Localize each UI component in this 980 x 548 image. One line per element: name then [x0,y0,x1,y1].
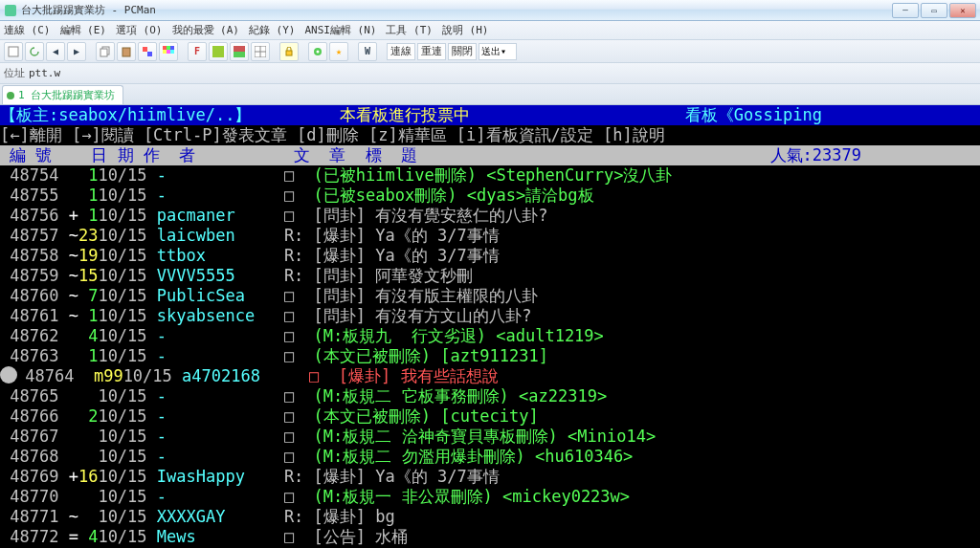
list-item[interactable]: 48757 ~2310/15 laicwben R: [爆卦] Ya《的 3/7… [0,226,980,246]
list-item[interactable]: 48771 ~ 10/15 XXXXGAY R: [爆卦] bg [0,507,980,527]
list-item[interactable]: 48768 10/15 - □ (M:板規二 勿濫用爆卦刪除) <hu61034… [0,447,980,467]
menu-item[interactable]: 我的最愛 (A) [172,23,240,37]
gear-icon[interactable] [308,42,327,61]
close-label[interactable]: 關閉 [448,43,477,60]
svg-rect-19 [286,51,292,55]
copy-button[interactable] [96,42,115,61]
column-header: 編 號 日 期 作 者 文 章 標 題 人氣:23379 [0,145,980,165]
color-copy-button[interactable] [138,42,157,61]
menu-item[interactable]: 連線 (C) [4,23,51,37]
svg-rect-8 [167,46,170,50]
grid-button[interactable] [251,42,270,61]
star-icon[interactable]: ★ [329,42,348,61]
send-dropdown[interactable]: 送出 ▾ [479,43,517,60]
reconn-label[interactable]: 重連 [417,43,446,60]
list-item[interactable]: 48754 110/15 - □ (已被hiimlive刪除) <Stephen… [0,165,980,186]
prev-button[interactable]: ◀ [46,42,65,61]
svg-rect-14 [234,46,245,52]
tab-bar: 1 台大批踢踢實業坊 [0,84,980,105]
window-buttons: ─ ▭ ✕ [892,3,976,18]
font-button[interactable]: F [188,42,207,61]
list-item[interactable]: 48758 ~1910/15 ttbox R: [爆卦] Ya《的 3/7事情 [0,246,980,266]
header-line: 【板主:seabox/hiimlive/..】 本看板進行投票中 看板《Goss… [0,105,980,125]
list-item[interactable]: 48764 m9910/15 a4702168 □ [爆卦] 我有些話想說 [0,366,980,386]
close-button[interactable]: ✕ [949,3,976,18]
list-item[interactable]: 48759 ~1510/15 VVVV5555 R: [問卦] 阿華發文秒刪 [0,266,980,286]
svg-rect-7 [163,46,167,50]
bgcolor-button[interactable] [209,42,228,61]
list-item[interactable]: 48767 10/15 - □ (M:板規二 洽神奇寶貝專板刪除) <Minio… [0,427,980,447]
terminal[interactable]: 【板主:seabox/hiimlive/..】 本看板進行投票中 看板《Goss… [0,105,980,548]
connect-label[interactable]: 連線 [387,43,415,60]
menubar: 連線 (C) 編輯 (E) 選項 (O) 我的最愛 (A) 紀錄 (Y) ANS… [0,21,980,40]
svg-rect-13 [212,46,224,57]
list-item[interactable]: 48766 210/15 - □ (本文已被刪除) [cutecity] [0,406,980,427]
help-line: [←]離開 [→]閱讀 [Ctrl-P]發表文章 [d]刪除 [z]精華區 [i… [0,125,980,145]
list-item[interactable]: 48761 ~ 110/15 skyabsence □ [問卦] 有沒有方文山的… [0,306,980,326]
menu-item[interactable]: 紀錄 (Y) [249,23,296,37]
svg-rect-10 [163,50,167,54]
list-item[interactable]: 48765 10/15 - □ (M:板規二 它板事務刪除) <az22319> [0,386,980,406]
svg-rect-12 [170,50,174,54]
list-item[interactable]: 48770 10/15 - □ (M:板規一 非公眾刪除) <mickey022… [0,487,980,507]
svg-rect-5 [143,47,147,52]
list-item[interactable]: 48772 = 410/15 Mews □ [公告] 水桶 [0,527,980,547]
menu-item[interactable]: ANSI編輯 (N) [305,23,377,37]
minimize-button[interactable]: ─ [892,3,919,18]
svg-rect-9 [170,46,174,50]
reconnect-button[interactable] [25,42,44,61]
svg-rect-15 [234,52,245,57]
app-icon [4,4,17,17]
wiki-button[interactable]: W [358,42,377,61]
window-title: 台大批踢踢實業坊 - PCMan [21,3,156,17]
next-button[interactable]: ▶ [67,42,86,61]
menu-item[interactable]: 選項 (O) [116,23,163,37]
svg-rect-4 [122,48,130,56]
menu-item[interactable]: 工具 (T) [386,23,433,37]
list-item[interactable]: 48769 +1610/15 IwasHappy R: [爆卦] Ya《的 3/… [0,467,980,487]
address-bar: 位址 ptt.w [0,63,980,84]
menu-item[interactable]: 說明 (H) [442,23,489,37]
svg-rect-3 [100,49,107,56]
toolbar: ◀ ▶ F ★ W 連線 重連 關閉 送出 ▾ [0,40,980,63]
tab[interactable]: 1 台大批踢踢實業坊 [2,85,123,104]
window-titlebar: 台大批踢踢實業坊 - PCMan ─ ▭ ✕ [0,0,980,21]
palette2-button[interactable] [230,42,249,61]
maximize-button[interactable]: ▭ [921,3,947,18]
svg-point-21 [317,50,320,53]
address-input[interactable]: ptt.w [29,67,60,79]
list-item[interactable]: 48760 ~ 710/15 PublicSea □ [問卦] 有沒有版主權限的… [0,286,980,306]
status-dot-icon [7,92,14,99]
menu-item[interactable]: 編輯 (E) [60,23,107,37]
address-label: 位址 [4,66,25,80]
palette-button[interactable] [159,42,178,61]
list-item[interactable]: 48762 410/15 - □ (M:板規九 行文劣退) <adult1219… [0,326,980,346]
list-item[interactable]: 48763 110/15 - □ (本文已被刪除) [azt911231] [0,346,980,366]
svg-rect-0 [5,5,16,16]
lock-button[interactable] [279,42,299,61]
new-button[interactable] [4,42,23,61]
list-item[interactable]: 48756 + 110/15 pacmaner □ [問卦] 有沒有覺安慈仁的八… [0,206,980,226]
paste-button[interactable] [117,42,136,61]
svg-rect-1 [9,47,18,56]
svg-rect-11 [167,50,170,54]
tab-label: 1 台大批踢踢實業坊 [18,88,115,102]
list-item[interactable]: 48755 110/15 - □ (已被seabox刪除) <dyas>請洽bg… [0,186,980,206]
svg-rect-6 [147,52,152,56]
